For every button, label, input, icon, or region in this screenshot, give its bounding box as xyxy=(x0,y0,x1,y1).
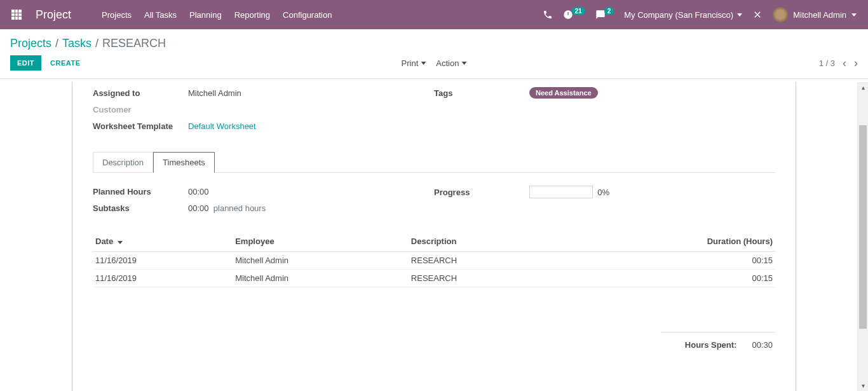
company-switcher[interactable]: My Company (San Francisco) xyxy=(624,10,742,20)
hours-spent-value: 00:30 xyxy=(752,340,773,350)
progress-input[interactable] xyxy=(529,186,593,198)
brand-title[interactable]: Project xyxy=(36,8,71,22)
tag-need-assistance: Need Assistance xyxy=(529,87,598,99)
cell-employee: Mitchell Admin xyxy=(233,270,409,287)
activity-icon[interactable]: 21 xyxy=(563,10,585,20)
user-menu[interactable]: Mitchell Admin xyxy=(773,7,857,22)
apps-icon[interactable] xyxy=(5,10,28,20)
pager-next[interactable]: › xyxy=(854,57,858,70)
edit-button[interactable]: EDIT xyxy=(10,55,41,71)
user-name: Mitchell Admin xyxy=(793,10,846,20)
breadcrumb-current: RESEARCH xyxy=(102,37,166,50)
cell-description: RESEARCH xyxy=(409,252,562,270)
breadcrumb-projects[interactable]: Projects xyxy=(10,37,51,50)
create-button[interactable]: CREATE xyxy=(44,56,86,70)
scroll-up-arrow[interactable]: ▴ xyxy=(858,82,868,93)
tags-label: Tags xyxy=(434,88,529,98)
cell-duration: 00:15 xyxy=(562,270,775,287)
subtasks-label: Subtasks xyxy=(93,203,188,213)
breadcrumb: Projects / Tasks / RESEARCH xyxy=(0,29,868,50)
chevron-down-icon xyxy=(851,13,857,17)
scrollbar-vertical[interactable]: ▴ ▾ xyxy=(857,82,868,391)
hours-spent-label: Hours Spent: xyxy=(685,340,737,350)
cell-date: 11/16/2019 xyxy=(93,252,233,270)
pager: 1 / 3 ‹ › xyxy=(819,57,858,70)
tab-bar: Description Timesheets xyxy=(93,152,775,173)
debug-icon[interactable] xyxy=(752,10,763,20)
col-date[interactable]: Date xyxy=(93,231,233,252)
cell-description: RESEARCH xyxy=(409,270,562,287)
col-employee[interactable]: Employee xyxy=(233,231,409,252)
nav-all-tasks[interactable]: All Tasks xyxy=(144,10,177,20)
progress-label: Progress xyxy=(434,188,529,197)
main-nav: Projects All Tasks Planning Reporting Co… xyxy=(102,10,332,20)
chevron-down-icon xyxy=(737,13,742,17)
breadcrumb-tasks[interactable]: Tasks xyxy=(62,37,92,50)
nav-configuration[interactable]: Configuration xyxy=(283,10,332,20)
progress-percent: 0% xyxy=(597,188,609,197)
table-row[interactable]: 11/16/2019 Mitchell Admin RESEARCH 00:15 xyxy=(93,270,775,287)
activity-badge: 21 xyxy=(572,7,585,15)
discuss-icon[interactable]: 2 xyxy=(595,10,614,20)
cell-duration: 00:15 xyxy=(562,252,775,270)
tab-description[interactable]: Description xyxy=(93,152,153,172)
top-navbar: Project Projects All Tasks Planning Repo… xyxy=(0,0,868,29)
col-duration[interactable]: Duration (Hours) xyxy=(562,231,775,252)
planned-hours-value: 00:00 xyxy=(188,187,434,196)
subtasks-value: 00:00 xyxy=(188,203,209,213)
nav-projects[interactable]: Projects xyxy=(102,10,132,20)
action-dropdown[interactable]: Action xyxy=(436,58,466,68)
cell-employee: Mitchell Admin xyxy=(233,252,409,270)
totals-row: Hours Spent: 00:30 xyxy=(661,332,775,350)
worksheet-label: Worksheet Template xyxy=(93,121,188,131)
breadcrumb-sep: / xyxy=(95,37,98,50)
action-bar: EDIT CREATE Print Action 1 / 3 ‹ › xyxy=(0,50,868,79)
form-sheet: Assigned to Mitchell Admin Customer Work… xyxy=(72,82,796,391)
chevron-down-icon xyxy=(421,62,426,65)
col-description[interactable]: Description xyxy=(409,231,562,252)
timesheet-table: Date Employee Description Duration (Hour… xyxy=(93,231,775,287)
tab-content-timesheets: Planned Hours 00:00 Subtasks 00:00 plann… xyxy=(83,173,785,360)
scroll-thumb[interactable] xyxy=(859,125,867,329)
tab-timesheets[interactable]: Timesheets xyxy=(153,152,215,173)
nav-reporting[interactable]: Reporting xyxy=(234,10,270,20)
content-area: Assigned to Mitchell Admin Customer Work… xyxy=(0,82,868,391)
cell-date: 11/16/2019 xyxy=(93,270,233,287)
avatar xyxy=(773,7,788,22)
pager-text: 1 / 3 xyxy=(819,58,835,68)
planned-hours-label: Planned Hours xyxy=(93,187,188,196)
customer-label: Customer xyxy=(93,105,188,114)
pager-prev[interactable]: ‹ xyxy=(843,57,846,70)
worksheet-link[interactable]: Default Worksheet xyxy=(188,121,434,131)
print-label: Print xyxy=(402,58,419,68)
breadcrumb-sep: / xyxy=(55,37,58,50)
discuss-badge: 2 xyxy=(604,7,614,15)
table-row[interactable]: 11/16/2019 Mitchell Admin RESEARCH 00:15 xyxy=(93,252,775,270)
print-dropdown[interactable]: Print xyxy=(402,58,426,68)
assigned-to-value: Mitchell Admin xyxy=(188,88,434,98)
nav-planning[interactable]: Planning xyxy=(189,10,222,20)
action-label: Action xyxy=(436,58,459,68)
assigned-to-label: Assigned to xyxy=(93,88,188,98)
chevron-down-icon xyxy=(461,62,466,65)
topbar-right: 21 2 My Company (San Francisco) Mitchell… xyxy=(543,7,863,22)
scroll-down-arrow[interactable]: ▾ xyxy=(858,380,868,391)
company-label: My Company (San Francisco) xyxy=(624,10,733,20)
sort-desc-icon xyxy=(118,241,123,244)
subtasks-suffix: planned hours xyxy=(214,203,266,213)
phone-icon[interactable] xyxy=(543,10,553,20)
